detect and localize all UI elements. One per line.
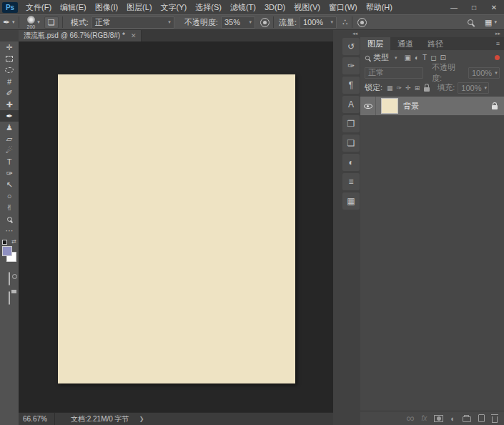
airbrush-icon[interactable]: ∴ bbox=[342, 17, 348, 27]
ellipse-tool[interactable]: ○ bbox=[0, 190, 19, 202]
lock-all-icon[interactable] bbox=[424, 87, 430, 92]
menu-filter[interactable]: 滤镜(T) bbox=[226, 0, 260, 14]
new-group-icon[interactable] bbox=[463, 416, 471, 422]
link-layers-icon[interactable]: ∞ bbox=[406, 412, 414, 425]
eraser-tool[interactable]: ▱ bbox=[0, 133, 19, 145]
menu-edit[interactable]: 编辑(E) bbox=[56, 0, 91, 14]
default-colors-icon[interactable] bbox=[2, 240, 7, 245]
brush-preset-picker[interactable]: 200 bbox=[27, 16, 36, 29]
minimize-button[interactable]: — bbox=[444, 0, 464, 14]
menu-3d[interactable]: 3D(D) bbox=[260, 0, 290, 14]
adjustments-panel-icon[interactable]: ◐ bbox=[342, 154, 360, 171]
hand-tool[interactable]: ✌ bbox=[0, 202, 19, 213]
close-button[interactable]: ✕ bbox=[484, 0, 504, 14]
lasso-tool[interactable] bbox=[0, 64, 19, 76]
layer-style-icon[interactable]: fx bbox=[422, 414, 428, 422]
layer-row-background[interactable]: 背景 bbox=[360, 97, 504, 115]
spot-healing-brush-tool[interactable]: ✚ bbox=[0, 99, 19, 110]
toggle-brush-panel-button[interactable]: ❏ bbox=[44, 16, 59, 29]
filter-kind-select[interactable]: 类型 ▾ bbox=[365, 52, 397, 63]
history-panel-icon[interactable]: ↺ bbox=[342, 38, 360, 55]
crop-tool[interactable]: # bbox=[0, 76, 19, 87]
pressure-opacity-icon[interactable] bbox=[260, 18, 270, 27]
clone-stamp-tool[interactable]: ♟ bbox=[0, 122, 19, 133]
status-menu-arrow-icon[interactable]: ❯ bbox=[139, 416, 144, 422]
new-layer-icon[interactable] bbox=[478, 414, 485, 422]
lock-artboard-icon[interactable]: ⊞ bbox=[415, 84, 420, 92]
zoom-level-field[interactable]: 66.67% bbox=[23, 413, 55, 425]
properties-panel-icon[interactable]: ≡ bbox=[342, 173, 360, 190]
filter-shape-layers-icon[interactable]: ◻ bbox=[430, 54, 436, 62]
tab-channels[interactable]: 通道 bbox=[390, 37, 420, 50]
filter-pixel-layers-icon[interactable]: ▣ bbox=[405, 54, 411, 62]
swap-colors-icon[interactable]: ⇄ bbox=[11, 238, 16, 245]
layer-opacity-select[interactable]: 100% ▾ bbox=[468, 67, 500, 79]
eyedropper-tool[interactable]: ✐ bbox=[0, 87, 19, 99]
add-layer-mask-icon[interactable] bbox=[434, 415, 443, 422]
filter-type-layers-icon[interactable]: T bbox=[423, 54, 427, 62]
active-tool-button[interactable]: ✒ ▾ bbox=[3, 17, 15, 27]
actions-panel-icon[interactable]: ▦ bbox=[342, 192, 360, 210]
pressure-size-icon[interactable] bbox=[357, 18, 367, 27]
layers-panel: ▸▸ 图层 通道 路径 ≡ 类型 ▾ ▣◐T◻⊡ 正常 不透明度: 100% ▾ bbox=[360, 30, 504, 425]
opacity-label: 不透明度: bbox=[184, 17, 218, 28]
filter-adjustment-layers-icon[interactable]: ◐ bbox=[415, 54, 419, 62]
document-tab[interactable]: 漂流瓶.psd @ 66.7%(RGB/8#) * ✕ bbox=[19, 30, 142, 41]
zoom-tool[interactable] bbox=[0, 213, 19, 225]
filter-smart-objects-icon[interactable]: ⊡ bbox=[440, 54, 445, 62]
lock-image-icon[interactable]: ✑ bbox=[397, 84, 402, 92]
move-tool[interactable]: ✛ bbox=[0, 41, 19, 53]
flow-select[interactable]: 100% ▾ bbox=[300, 16, 337, 29]
workspace-switcher-button[interactable]: ▦ ▾ bbox=[485, 18, 497, 27]
menu-file[interactable]: 文件(F) bbox=[21, 0, 56, 14]
opacity-select[interactable]: 35% ▾ bbox=[221, 16, 255, 29]
lock-transparency-icon[interactable]: ▦ bbox=[387, 84, 393, 92]
document-canvas[interactable] bbox=[58, 74, 295, 384]
menu-window[interactable]: 窗口(W) bbox=[325, 0, 362, 14]
paragraph-panel-icon[interactable]: ¶ bbox=[342, 77, 360, 94]
menu-layer[interactable]: 图层(L) bbox=[122, 0, 156, 14]
layer-thumbnail[interactable] bbox=[381, 98, 398, 114]
menu-type[interactable]: 文字(Y) bbox=[157, 0, 192, 14]
delete-layer-icon[interactable] bbox=[492, 416, 498, 423]
chevron-down-icon: ▾ bbox=[495, 70, 498, 76]
smudge-tool[interactable]: ☄ bbox=[0, 145, 19, 156]
tab-paths[interactable]: 路径 bbox=[420, 37, 450, 50]
menu-view[interactable]: 视图(V) bbox=[290, 0, 325, 14]
brush-tool[interactable]: ✒ bbox=[0, 110, 19, 122]
chevron-down-icon: ▾ bbox=[395, 55, 397, 61]
pasteboard[interactable] bbox=[19, 41, 333, 412]
menu-select[interactable]: 选择(S) bbox=[191, 0, 226, 14]
quick-mask-button[interactable] bbox=[9, 273, 10, 285]
panel-menu-icon[interactable]: ≡ bbox=[496, 37, 500, 50]
collapse-panel-icon[interactable]: ▸▸ bbox=[360, 30, 504, 37]
expand-dock-icon[interactable]: ◂◂ bbox=[342, 30, 360, 38]
clone-source-panel-icon[interactable]: ❏ bbox=[342, 135, 360, 152]
close-tab-icon[interactable]: ✕ bbox=[131, 32, 137, 39]
adjustment-layer-icon[interactable]: ◐ bbox=[450, 414, 455, 423]
blend-mode-select[interactable]: 正常 ▾ bbox=[92, 16, 174, 29]
libraries-panel-icon[interactable]: ❐ bbox=[342, 115, 360, 132]
menu-help[interactable]: 帮助(H) bbox=[362, 0, 397, 14]
type-tool[interactable]: T bbox=[0, 156, 19, 167]
brush-settings-panel-icon[interactable]: ✑ bbox=[342, 57, 360, 74]
maximize-button[interactable]: □ bbox=[464, 0, 484, 14]
layer-blend-mode-select[interactable]: 正常 bbox=[365, 67, 423, 79]
screen-mode-icon bbox=[9, 291, 10, 305]
layer-fill-select[interactable]: 100% ▾ bbox=[458, 82, 489, 94]
layer-visibility-toggle[interactable] bbox=[360, 97, 376, 115]
toolbar-more[interactable]: ⋯ bbox=[0, 225, 19, 236]
rectangular-marquee-tool[interactable] bbox=[0, 53, 19, 64]
layer-name[interactable]: 背景 bbox=[403, 101, 492, 112]
filter-toggle-icon[interactable] bbox=[495, 55, 500, 60]
pen-tool[interactable]: ✑ bbox=[0, 167, 19, 179]
path-selection-tool[interactable]: ↖ bbox=[0, 179, 19, 190]
foreground-color-swatch[interactable] bbox=[2, 246, 12, 256]
layers-empty-area[interactable] bbox=[360, 115, 504, 411]
menu-image[interactable]: 图像(I) bbox=[91, 0, 122, 14]
search-icon[interactable] bbox=[468, 19, 473, 25]
lock-position-icon[interactable]: ✛ bbox=[405, 84, 411, 92]
tab-layers[interactable]: 图层 bbox=[360, 37, 390, 50]
character-panel-icon[interactable]: A bbox=[342, 96, 360, 113]
screen-mode-button[interactable] bbox=[9, 292, 10, 305]
